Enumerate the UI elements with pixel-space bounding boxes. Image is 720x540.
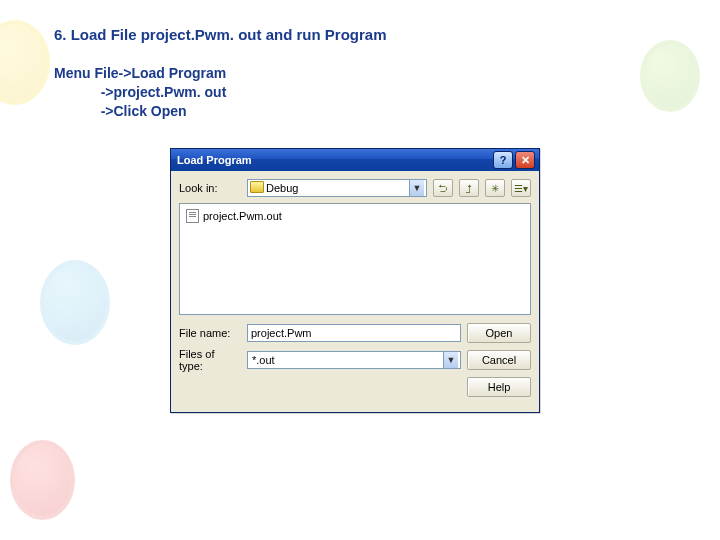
filename-input[interactable]: project.Pwm <box>247 324 461 342</box>
folder-icon <box>250 181 264 193</box>
close-icon[interactable]: ✕ <box>515 151 535 169</box>
back-icon[interactable]: ⮌ <box>433 179 453 197</box>
load-program-dialog: Load Program ? ✕ Look in: Debug ▼ ⮌ ⮥ ✳ … <box>170 148 540 413</box>
file-list[interactable]: project.Pwm.out <box>179 203 531 315</box>
dialog-title: Load Program <box>175 154 491 166</box>
lookin-row: Look in: Debug ▼ ⮌ ⮥ ✳ ☰▾ <box>179 179 531 197</box>
file-item-label: project.Pwm.out <box>203 210 282 222</box>
instruction-line-3: ->Click Open <box>54 103 187 119</box>
decor-balloon-yellow <box>0 20 50 105</box>
view-menu-icon[interactable]: ☰▾ <box>511 179 531 197</box>
filename-label: File name: <box>179 327 241 339</box>
list-item[interactable]: project.Pwm.out <box>184 208 284 224</box>
lookin-combo[interactable]: Debug ▼ <box>247 179 427 197</box>
filetype-value: *.out <box>252 354 275 366</box>
dialog-body: Look in: Debug ▼ ⮌ ⮥ ✳ ☰▾ project.Pwm.ou… <box>171 171 539 412</box>
lookin-value: Debug <box>266 182 298 194</box>
instruction-line-2: ->project.Pwm. out <box>54 84 226 100</box>
decor-balloon-blue <box>40 260 110 345</box>
document-icon <box>186 209 199 223</box>
new-folder-icon[interactable]: ✳ <box>485 179 505 197</box>
up-folder-icon[interactable]: ⮥ <box>459 179 479 197</box>
cancel-button[interactable]: Cancel <box>467 350 531 370</box>
slide-heading: 6. Load File project.Pwm. out and run Pr… <box>54 26 387 43</box>
filetype-combo[interactable]: *.out ▼ <box>247 351 461 369</box>
lookin-label: Look in: <box>179 182 241 194</box>
filetype-row: Files of type: *.out ▼ Cancel <box>179 348 531 372</box>
decor-balloon-green <box>640 40 700 112</box>
help-button[interactable]: Help <box>467 377 531 397</box>
help-icon[interactable]: ? <box>493 151 513 169</box>
chevron-down-icon[interactable]: ▼ <box>443 352 458 368</box>
decor-balloon-red <box>10 440 75 520</box>
instructions: Menu File->Load Program ->project.Pwm. o… <box>54 64 226 121</box>
filetype-label: Files of type: <box>179 348 241 372</box>
chevron-down-icon[interactable]: ▼ <box>409 180 424 196</box>
filename-row: File name: project.Pwm Open <box>179 323 531 343</box>
filename-value: project.Pwm <box>251 327 312 339</box>
open-button[interactable]: Open <box>467 323 531 343</box>
instruction-line-1: Menu File->Load Program <box>54 65 226 81</box>
titlebar[interactable]: Load Program ? ✕ <box>171 149 539 171</box>
help-row: Help <box>179 377 531 397</box>
